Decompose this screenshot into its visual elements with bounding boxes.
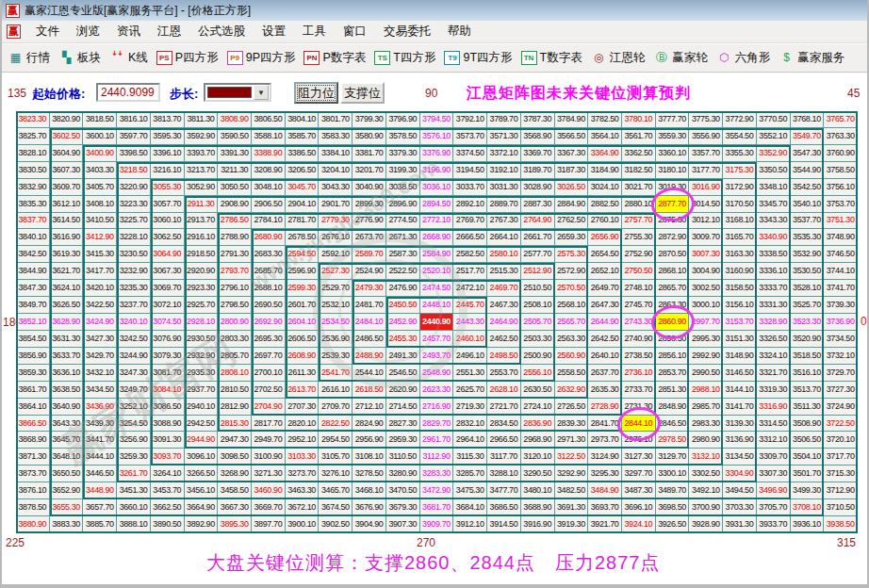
tool-sectors[interactable]: ▚板块	[58, 50, 101, 66]
price-cell: 2743.30	[622, 314, 656, 331]
support-button[interactable]: 支撑位	[340, 82, 385, 104]
price-cell: 3691.30	[555, 499, 589, 516]
tool-win-wheel[interactable]: Ⓑ赢家轮	[653, 50, 708, 66]
price-cell: 2464.90	[487, 314, 521, 331]
price-cell: 2589.70	[353, 246, 386, 263]
price-cell: 3902.50	[319, 516, 353, 533]
price-cell: 3667.30	[218, 499, 252, 516]
price-cell: 2728.90	[588, 399, 622, 416]
price-cell: 2580.10	[487, 246, 521, 263]
price-cell: 3880.90	[16, 516, 50, 533]
menu-item-3[interactable]: 江恩	[149, 21, 189, 42]
tool-hexagon[interactable]: ⬡六角形	[716, 50, 771, 66]
tool-label: K线	[128, 50, 148, 66]
price-cell: 3312.10	[757, 432, 791, 449]
price-cell: 2656.90	[588, 229, 622, 246]
price-cell: 3002.50	[689, 280, 723, 297]
price-cell: 3456.10	[185, 482, 219, 499]
tool-gann-wheel[interactable]: ◎江恩轮	[591, 50, 646, 66]
price-cell: 2719.30	[453, 399, 487, 416]
toolbar: ▦行情▚板块ꜜꜜK线PSP四方形P99P四方形PNP数字表TST四方形T99T四…	[2, 44, 867, 73]
price-cell: 2731.30	[622, 399, 656, 416]
price-cell: 3352.90	[757, 145, 791, 162]
tool-9p-square[interactable]: P99P四方形	[227, 50, 296, 66]
step-color-dropdown[interactable]: ▼	[204, 83, 271, 102]
menu-item-5[interactable]: 设置	[254, 21, 294, 42]
tool-9t-square[interactable]: T99T四方形	[444, 50, 512, 66]
price-cell: 3316.90	[757, 399, 791, 416]
price-cell: 3465.70	[319, 482, 353, 499]
tool-t-square[interactable]: TST四方形	[374, 50, 435, 66]
angle-label-90: 90	[425, 87, 437, 100]
price-cell: 3040.90	[353, 179, 386, 196]
price-cell: 3021.70	[622, 179, 656, 196]
price-cell: 3417.70	[83, 263, 117, 280]
price-cell: 2865.70	[656, 280, 690, 297]
price-cell: 2599.30	[286, 280, 320, 297]
menu-item-9[interactable]: 帮助	[439, 21, 480, 42]
price-cell: 3540.10	[791, 196, 825, 213]
chevron-down-icon[interactable]: ▼	[254, 85, 269, 100]
tool-t-table[interactable]: TNT数字表	[521, 50, 582, 66]
price-cell: 3628.90	[50, 314, 84, 331]
price-cell: 3525.70	[791, 297, 825, 314]
price-cell: 3789.70	[487, 111, 521, 128]
tn-badge-icon: TN	[521, 51, 537, 65]
price-cell: 3722.50	[824, 416, 858, 433]
price-cell: 2505.70	[521, 314, 555, 331]
price-cell: 2596.90	[286, 263, 320, 280]
price-cell: 3888.10	[117, 516, 151, 533]
price-cell: 2608.90	[286, 348, 320, 365]
menu-item-0[interactable]: 文件	[27, 21, 68, 42]
price-cell: 3204.10	[319, 162, 353, 179]
price-cell: 3048.10	[252, 179, 286, 196]
price-cell: 3350.50	[757, 162, 791, 179]
menu-item-8[interactable]: 交易委托	[375, 21, 439, 42]
price-cell: 3876.10	[16, 482, 50, 499]
price-cell: 3643.30	[50, 416, 84, 433]
resistance-button[interactable]: 阻力位	[294, 82, 338, 104]
start-price-input[interactable]	[96, 83, 160, 102]
tool-p-table[interactable]: PNP数字表	[303, 50, 366, 66]
price-cell: 3897.70	[252, 516, 286, 533]
price-cell: 2810.50	[218, 382, 252, 399]
price-cell: 3403.30	[83, 162, 117, 179]
price-cell: 3559.30	[656, 128, 690, 145]
price-cell: 3739.30	[824, 297, 858, 314]
price-cell: 2882.50	[588, 196, 622, 213]
price-cell: 3012.10	[689, 213, 723, 230]
price-cell: 2500.90	[521, 348, 555, 365]
price-cell: 3141.70	[723, 399, 757, 416]
price-cell: 3655.30	[50, 499, 84, 516]
tool-service[interactable]: $赢家服务	[779, 50, 844, 66]
menu-item-7[interactable]: 窗口	[335, 21, 375, 42]
price-cell: 3592.90	[185, 128, 219, 145]
price-cell: 2666.50	[453, 229, 487, 246]
price-cell: 2704.90	[252, 399, 286, 416]
price-cell: 2935.30	[185, 365, 219, 382]
tool-label: 六角形	[735, 50, 771, 66]
price-cell: 2788.90	[218, 229, 252, 246]
price-cell: 3494.50	[723, 482, 757, 499]
menu-item-6[interactable]: 工具	[294, 21, 335, 42]
price-cell: 2539.30	[319, 348, 353, 365]
menu-item-4[interactable]: 公式选股	[189, 21, 254, 42]
tool-kline[interactable]: ꜜꜜK线	[109, 50, 148, 66]
price-cell: 3837.70	[16, 213, 50, 230]
price-cell: 3115.30	[453, 449, 487, 466]
price-cell: 3588.10	[252, 128, 286, 145]
price-cell: 3520.90	[791, 331, 825, 348]
price-cell: 2884.90	[555, 196, 589, 213]
tool-quotes[interactable]: ▦行情	[8, 50, 50, 66]
price-cell: 3420.10	[83, 280, 117, 297]
price-cell: 3163.30	[723, 246, 757, 263]
menu-item-2[interactable]: 资讯	[108, 21, 149, 42]
price-cell: 3530.50	[791, 263, 825, 280]
menu-item-1[interactable]: 浏览	[68, 21, 108, 42]
tool-p-square[interactable]: PSP四方形	[156, 50, 219, 66]
price-cell: 3564.10	[588, 128, 622, 145]
price-cell: 3717.70	[824, 449, 858, 466]
price-cell: 3057.70	[151, 196, 185, 213]
price-cell: 2940.10	[185, 399, 219, 416]
price-cell: 2733.70	[622, 382, 656, 399]
